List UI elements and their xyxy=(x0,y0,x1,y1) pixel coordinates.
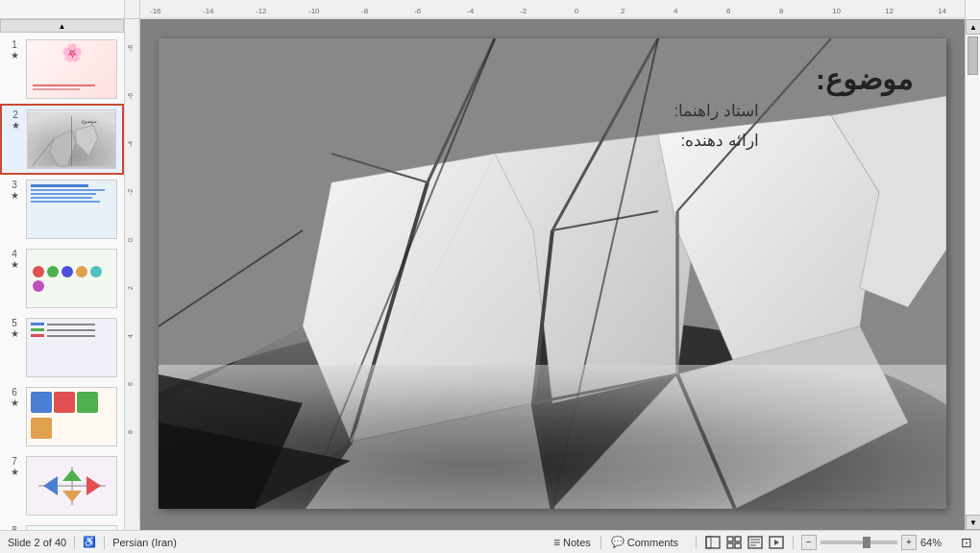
svg-text:-6: -6 xyxy=(414,7,422,15)
svg-text:12: 12 xyxy=(885,7,894,15)
svg-marker-28 xyxy=(62,469,82,481)
crack-background xyxy=(159,38,946,509)
status-bar: Slide 2 of 40 ♿ Persian (Iran) ≡ Notes 💬… xyxy=(0,530,980,553)
slide-item[interactable]: 1 ★ 🌸 xyxy=(0,35,124,104)
slide-thumbnail[interactable]: 🌸 xyxy=(26,39,117,99)
slide-number: 8 xyxy=(12,525,17,530)
svg-rect-75 xyxy=(727,543,733,548)
fit-page-button[interactable]: ⊡ xyxy=(961,535,972,550)
svg-text:0: 0 xyxy=(575,7,579,15)
svg-text:4: 4 xyxy=(127,334,134,338)
svg-rect-74 xyxy=(735,537,741,541)
slide-item[interactable]: 7 ★ xyxy=(0,451,124,520)
slide-panel: ▲ 1 ★ 🌸 2 ★ xyxy=(0,19,125,530)
horizontal-ruler: -16 -14 -12 -10 -8 -6 -4 -2 0 2 4 6 8 10… xyxy=(140,0,965,19)
reading-view-button[interactable] xyxy=(747,536,764,549)
zoom-controls: − + 64% xyxy=(801,535,949,550)
normal-view-button[interactable] xyxy=(704,536,722,549)
zoom-plus-button[interactable]: + xyxy=(901,535,917,550)
slide-sorter-button[interactable] xyxy=(725,536,743,549)
slide-star: ★ xyxy=(11,398,19,408)
slide-item-active[interactable]: 2 ★ xyxy=(0,104,124,175)
slide-star: ★ xyxy=(11,51,19,60)
svg-text:2: 2 xyxy=(621,7,625,15)
svg-text:-10: -10 xyxy=(308,7,320,15)
slide-thumbnail[interactable] xyxy=(26,318,117,377)
svg-text:2: 2 xyxy=(127,286,134,290)
svg-text:-2: -2 xyxy=(520,7,527,15)
svg-text:4: 4 xyxy=(674,7,678,15)
canvas-area[interactable]: موضوع: استاد راهنما: ارائه دهنده: xyxy=(140,19,965,530)
scroll-up-button[interactable]: ▲ xyxy=(966,19,980,35)
svg-text:-4: -4 xyxy=(467,7,475,15)
view-icons xyxy=(704,536,785,549)
slide-subtitle1: استاد راهنما: xyxy=(674,101,759,121)
comments-button[interactable]: 💬 Comments xyxy=(605,534,684,550)
svg-text:10: 10 xyxy=(832,7,841,15)
comments-icon: 💬 xyxy=(611,536,625,548)
svg-rect-73 xyxy=(727,537,733,541)
slide-item[interactable]: 3 ★ xyxy=(0,175,124,244)
slide-info: Slide 2 of 40 xyxy=(8,537,66,548)
svg-text:-8: -8 xyxy=(127,45,134,51)
scroll-down-button[interactable]: ▼ xyxy=(966,515,980,530)
svg-text:-8: -8 xyxy=(361,7,369,15)
svg-text:-4: -4 xyxy=(127,141,134,147)
scroll-track[interactable] xyxy=(966,35,980,515)
vertical-ruler: -8 -6 -4 -2 0 2 4 6 8 xyxy=(125,19,140,530)
svg-text:-12: -12 xyxy=(256,7,267,15)
svg-text:8: 8 xyxy=(127,430,134,434)
zoom-slider-thumb[interactable] xyxy=(863,537,870,548)
slide-item[interactable]: 8 ★ xyxy=(0,520,124,530)
slideshow-button[interactable] xyxy=(768,536,785,549)
status-left: Slide 2 of 40 ♿ Persian (Iran) xyxy=(8,536,536,549)
svg-rect-71 xyxy=(706,537,720,548)
panel-scroll-up[interactable]: ▲ xyxy=(0,19,124,33)
svg-text:-6: -6 xyxy=(127,93,134,99)
zoom-minus-button[interactable]: − xyxy=(801,535,817,550)
slide-thumbnail[interactable] xyxy=(26,180,117,239)
comments-label: Comments xyxy=(627,537,678,548)
svg-text:-16: -16 xyxy=(150,7,161,15)
svg-marker-29 xyxy=(62,491,82,502)
svg-text:6: 6 xyxy=(726,7,731,15)
svg-marker-82 xyxy=(774,540,779,545)
svg-marker-26 xyxy=(43,476,58,495)
slide-item[interactable]: 4 ★ xyxy=(0,244,124,313)
slide-star: ★ xyxy=(12,121,20,131)
slide-subtitle2: ارائه دهنده: xyxy=(681,131,759,151)
accessibility-icon: ♿ xyxy=(83,536,96,548)
slide-thumbnail[interactable] xyxy=(26,525,117,530)
slide-star: ★ xyxy=(11,260,19,270)
svg-text:14: 14 xyxy=(938,7,946,15)
ruler-corner-box xyxy=(966,0,980,19)
slide-canvas: موضوع: استاد راهنما: ارائه دهنده: xyxy=(159,38,946,509)
zoom-slider[interactable] xyxy=(821,541,897,544)
svg-text:-14: -14 xyxy=(203,7,214,15)
slide-thumbnail[interactable] xyxy=(26,456,117,516)
language-display: Persian (Iran) xyxy=(112,537,177,548)
slide-star: ★ xyxy=(11,468,19,477)
svg-text:-2: -2 xyxy=(127,189,134,195)
svg-text:8: 8 xyxy=(779,7,784,15)
slide-star: ★ xyxy=(11,329,19,339)
notes-icon: ≡ xyxy=(553,536,560,549)
slide-item[interactable]: 6 ★ xyxy=(0,382,124,451)
slide-thumbnail[interactable] xyxy=(26,387,117,446)
zoom-percent[interactable]: 64% xyxy=(920,537,949,548)
svg-rect-76 xyxy=(735,543,741,548)
slide-thumbnail-active[interactable]: موضوع: xyxy=(27,109,116,169)
slide-star: ★ xyxy=(11,191,19,201)
notes-button[interactable]: ≡ Notes xyxy=(548,534,597,551)
slide-item[interactable]: 5 ★ xyxy=(0,313,124,382)
right-scrollbar[interactable]: ▲ ▼ xyxy=(965,19,980,530)
status-right: − + 64% ⊡ xyxy=(696,535,972,550)
slide-thumbnail[interactable] xyxy=(26,249,117,308)
svg-text:0: 0 xyxy=(127,238,134,242)
svg-text:6: 6 xyxy=(127,382,134,386)
notes-label: Notes xyxy=(563,537,591,548)
status-center: ≡ Notes 💬 Comments xyxy=(548,534,684,551)
slide-title: موضوع: xyxy=(816,62,913,96)
svg-marker-27 xyxy=(86,476,101,495)
